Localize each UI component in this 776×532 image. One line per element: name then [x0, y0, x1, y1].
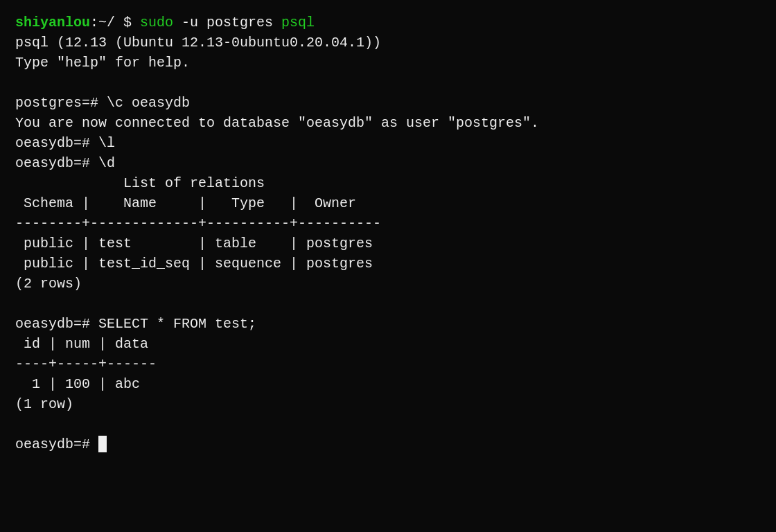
cursor-block: [98, 436, 107, 452]
output-line-14: id | num | data: [15, 334, 761, 354]
terminal-window: shiyanlou:~/ $ sudo -u postgres psql psq…: [15, 12, 761, 520]
output-line-4: You are now connected to database "oeasy…: [15, 113, 761, 133]
output-line-17: (1 row): [15, 394, 761, 414]
output-line-15: ----+-----+------: [15, 354, 761, 374]
output-line-1: psql (12.13 (Ubuntu 12.13-0ubuntu0.20.04…: [15, 33, 761, 53]
cmd-flag: -u postgres: [173, 15, 281, 30]
empty-line-1: [15, 73, 761, 93]
output-line-3: postgres=# \c oeasydb: [15, 93, 761, 113]
command-line-1: shiyanlou:~/ $ sudo -u postgres psql: [15, 12, 761, 33]
output-line-10: public | test | table | postgres: [15, 233, 761, 254]
output-line-8: Schema | Name | Type | Owner: [15, 193, 761, 213]
output-line-12: (2 rows): [15, 274, 761, 294]
output-line-13: oeasydb=# SELECT * FROM test;: [15, 314, 761, 334]
output-line-2: Type "help" for help.: [15, 53, 761, 73]
prompt-user: shiyanlou: [15, 15, 90, 30]
output-line-7: List of relations: [15, 173, 761, 193]
empty-line-3: [15, 414, 761, 434]
output-line-5: oeasydb=# \l: [15, 133, 761, 153]
prompt-separator: :~/ $: [90, 15, 140, 30]
output-line-6: oeasydb=# \d: [15, 153, 761, 173]
cmd-sudo: sudo: [140, 15, 173, 30]
empty-line-2: [15, 294, 761, 314]
output-line-16: 1 | 100 | abc: [15, 374, 761, 394]
output-line-9: --------+-------------+----------+------…: [15, 213, 761, 233]
output-line-11: public | test_id_seq | sequence | postgr…: [15, 254, 761, 274]
final-prompt-text: oeasydb=#: [15, 436, 98, 452]
cmd-psql: psql: [281, 15, 315, 30]
final-prompt-line[interactable]: oeasydb=#: [15, 434, 761, 454]
